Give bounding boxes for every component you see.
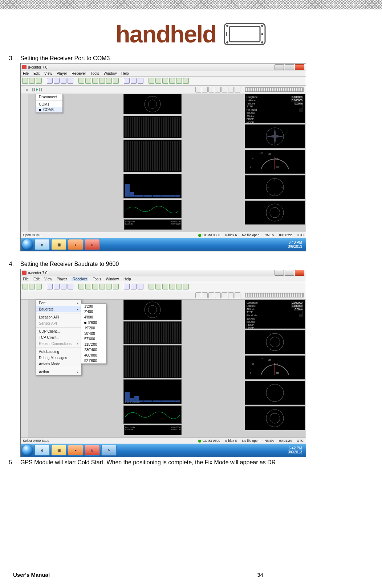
menu-help[interactable]: Help — [123, 277, 131, 281]
task-ucenter-icon[interactable]: u — [85, 239, 100, 250]
toolbar-icon[interactable] — [124, 78, 130, 84]
toolbar-icon[interactable] — [176, 78, 182, 84]
toolbar-icon[interactable] — [99, 284, 105, 289]
toolbar-icon[interactable] — [131, 284, 137, 289]
task-paint-icon[interactable]: ✎ — [101, 445, 117, 456]
toolbar-icon[interactable] — [113, 284, 119, 289]
system-tray[interactable]: 6:42 PM 3/6/2013 — [288, 446, 304, 455]
receiver-menu[interactable]: Port▸ Baudrate▸ Location API Sensor API … — [36, 300, 82, 375]
toolbar-icon[interactable] — [169, 284, 175, 289]
toolbar-icon[interactable] — [78, 78, 84, 84]
toolbar-icon[interactable] — [68, 284, 73, 289]
toolbar-main[interactable] — [21, 77, 306, 86]
toolbar-icon[interactable] — [195, 87, 201, 92]
recv-item-sensor-api[interactable]: Sensor API — [36, 320, 81, 326]
toolbar-icon[interactable] — [183, 284, 189, 289]
recv-item-udp[interactable]: UDP Client... — [36, 328, 81, 334]
task-ie-icon[interactable]: e — [34, 445, 50, 456]
task-explorer-icon[interactable]: ▦ — [51, 239, 66, 250]
system-tray[interactable]: 6:40 PM 3/6/2013 — [288, 240, 304, 249]
toolbar-icon[interactable] — [92, 78, 98, 84]
recv-item-location-api[interactable]: Location API — [36, 314, 81, 320]
window-min-button[interactable] — [275, 64, 284, 70]
toolbar-icon[interactable] — [92, 284, 98, 289]
baud-item[interactable]: 2'400 — [81, 309, 106, 314]
baud-item[interactable]: 1'200 — [81, 304, 106, 309]
toolbar-player[interactable]: – ∞ – — [21, 86, 306, 94]
task-explorer-icon[interactable]: ▦ — [51, 445, 66, 456]
baud-item[interactable]: 460'800 — [81, 353, 106, 358]
toolbar-icon[interactable] — [149, 284, 154, 289]
toolbar-icon[interactable] — [78, 284, 84, 289]
menu-edit[interactable]: Edit — [33, 71, 40, 75]
task-media-icon[interactable]: ▸ — [68, 445, 83, 456]
toolbar-icon[interactable] — [36, 78, 42, 84]
menu-edit[interactable]: Edit — [33, 277, 40, 281]
toolbar-icon[interactable] — [176, 284, 182, 289]
recv-item-baudrate[interactable]: Baudrate▸ — [36, 306, 81, 312]
toolbar-icon[interactable] — [47, 284, 53, 289]
port-dropdown[interactable]: Disconnect COM1 COM3 — [36, 94, 63, 113]
recv-item-port[interactable]: Port▸ — [36, 300, 81, 306]
recv-item-tcp[interactable]: TCP Client... — [36, 334, 81, 341]
toolbar-icon[interactable] — [183, 78, 189, 84]
baud-item[interactable]: 57'600 — [81, 336, 106, 342]
toolbar-icon[interactable] — [222, 292, 227, 298]
toolbar-icon[interactable] — [195, 292, 201, 298]
windows-taskbar[interactable]: e ▦ ▸ u ✎ 6:42 PM 3/6/2013 — [21, 444, 306, 457]
toolbar-icon[interactable] — [235, 87, 240, 92]
recv-item-recent[interactable]: Recent Connections▸ — [36, 341, 81, 347]
window-min-button[interactable] — [275, 270, 284, 276]
menu-receiver[interactable]: Receiver — [72, 277, 88, 281]
menu-tools[interactable]: Tools — [90, 71, 99, 75]
toolbar-icon[interactable] — [131, 78, 137, 84]
window-max-button[interactable] — [285, 270, 294, 276]
toolbar-icon[interactable] — [54, 78, 60, 84]
menu-file[interactable]: File — [23, 71, 29, 75]
toolbar-icon[interactable] — [68, 78, 73, 84]
toolbar-icon[interactable] — [99, 78, 105, 84]
toolbar-icon[interactable] — [106, 284, 112, 289]
toolbar-icon[interactable] — [162, 78, 168, 84]
start-button[interactable] — [22, 239, 33, 250]
toolbar-icon[interactable] — [215, 87, 221, 92]
toolbar-icon[interactable] — [113, 78, 119, 84]
menu-receiver[interactable]: Receiver — [72, 71, 86, 75]
windows-taskbar[interactable]: e ▦ ▸ u 6:40 PM 3/6/2013 — [21, 238, 306, 251]
toolbar-icon[interactable] — [169, 78, 175, 84]
toolbar-icon[interactable] — [208, 87, 214, 92]
toolbar-icon[interactable] — [149, 78, 154, 84]
toolbar-icon[interactable] — [215, 292, 221, 298]
baudrate-submenu[interactable]: 1'200 2'400 4'800 9'600 19'200 38'400 57… — [81, 303, 106, 364]
toolbar-icon[interactable] — [235, 292, 240, 298]
menu-bar[interactable]: File Edit View Player Receiver Tools Win… — [21, 276, 306, 282]
recv-item-antaris[interactable]: Antaris Mode — [36, 361, 81, 367]
baud-item[interactable]: 115'200 — [81, 342, 106, 347]
toolbar-icon[interactable] — [162, 284, 168, 289]
toolbar-icon[interactable] — [138, 78, 143, 84]
recv-item-debug[interactable]: Debug Messages — [36, 355, 81, 361]
baud-item[interactable]: 19'200 — [81, 325, 106, 331]
toolbar-icon[interactable] — [202, 292, 208, 298]
baud-item[interactable]: 4'800 — [81, 314, 106, 320]
toolbar-icon[interactable] — [36, 284, 42, 289]
toolbar-icon[interactable] — [202, 87, 208, 92]
task-ie-icon[interactable]: e — [34, 239, 50, 250]
toolbar-main[interactable] — [21, 282, 306, 291]
toolbar-icon[interactable] — [54, 284, 60, 289]
menu-view[interactable]: View — [44, 277, 52, 281]
port-item-disconnect[interactable]: Disconnect — [36, 94, 62, 100]
toolbar-icon[interactable] — [29, 284, 35, 289]
baud-item[interactable]: 38'400 — [81, 331, 106, 336]
menu-tools[interactable]: Tools — [93, 277, 101, 281]
menu-window[interactable]: Window — [106, 277, 119, 281]
recv-item-action[interactable]: Action▸ — [36, 369, 81, 375]
task-ucenter-icon[interactable]: u — [85, 445, 100, 456]
port-item-com1[interactable]: COM1 — [36, 102, 62, 107]
baud-item[interactable]: 230'400 — [81, 347, 106, 353]
toolbar-icon[interactable] — [124, 284, 130, 289]
toolbar-icon[interactable] — [228, 292, 234, 298]
menu-window[interactable]: Window — [104, 71, 117, 75]
menu-view[interactable]: View — [44, 71, 52, 75]
menu-help[interactable]: Help — [121, 71, 129, 75]
